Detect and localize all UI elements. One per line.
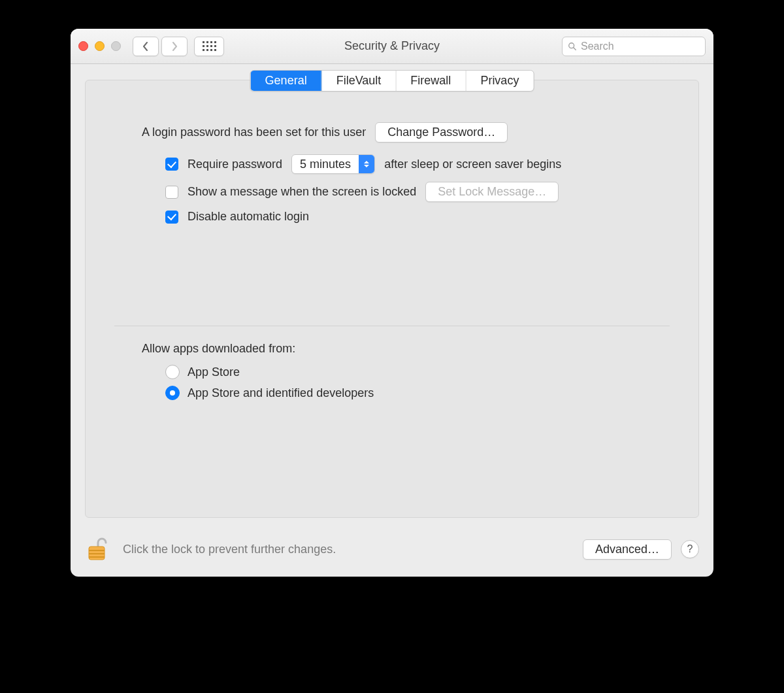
window-body: General FileVault Firewall Privacy A log… — [71, 64, 713, 530]
tab-privacy[interactable]: Privacy — [466, 71, 533, 91]
radio-app-store-identified[interactable] — [165, 386, 180, 400]
titlebar: Security & Privacy — [71, 29, 713, 64]
svg-rect-5 — [89, 556, 105, 558]
search-field[interactable] — [562, 37, 706, 56]
radio-app-store-identified-label: App Store and identified developers — [188, 386, 374, 400]
search-input[interactable] — [581, 41, 700, 52]
tab-bar: General FileVault Firewall Privacy — [250, 70, 534, 92]
forward-button[interactable] — [161, 37, 188, 56]
allow-apps-option-identified: App Store and identified developers — [165, 386, 663, 400]
lock-text: Click the lock to prevent further change… — [123, 543, 336, 556]
unlocked-padlock-icon — [88, 536, 111, 562]
require-password-checkbox[interactable] — [165, 158, 178, 171]
help-button[interactable]: ? — [681, 540, 699, 558]
settings-panel: General FileVault Firewall Privacy A log… — [85, 80, 699, 518]
grid-icon — [203, 41, 216, 51]
require-password-label: Require password — [188, 158, 282, 171]
radio-app-store-label: App Store — [188, 365, 240, 379]
svg-rect-3 — [89, 550, 105, 551]
nav-buttons — [133, 37, 224, 56]
window-controls — [78, 41, 121, 51]
require-password-delay-select[interactable]: 5 minutes — [291, 154, 375, 174]
set-lock-message-button[interactable]: Set Lock Message… — [425, 182, 559, 202]
require-password-row: Require password 5 minutes after sleep o… — [165, 154, 663, 174]
tab-filevault[interactable]: FileVault — [322, 71, 397, 91]
lock-button[interactable] — [85, 535, 114, 564]
advanced-button[interactable]: Advanced… — [583, 539, 672, 560]
close-window-button[interactable] — [78, 41, 88, 51]
require-password-delay-value: 5 minutes — [292, 158, 359, 171]
radio-app-store[interactable] — [165, 365, 180, 379]
preferences-window: Security & Privacy General FileVault Fir… — [71, 29, 713, 577]
login-password-row: A login password has been set for this u… — [142, 122, 663, 143]
show-all-button[interactable] — [194, 37, 224, 56]
tab-firewall[interactable]: Firewall — [396, 71, 466, 91]
show-message-checkbox[interactable] — [165, 186, 178, 199]
chevron-right-icon — [171, 42, 178, 51]
svg-rect-4 — [89, 553, 105, 554]
show-message-row: Show a message when the screen is locked… — [165, 182, 663, 202]
login-password-text: A login password has been set for this u… — [142, 126, 366, 139]
footer: Click the lock to prevent further change… — [71, 530, 713, 577]
disable-auto-login-row: Disable automatic login — [165, 210, 663, 224]
disable-auto-login-checkbox[interactable] — [165, 211, 178, 224]
svg-line-1 — [574, 47, 576, 50]
minimize-window-button[interactable] — [95, 41, 105, 51]
zoom-window-button — [111, 41, 121, 51]
disable-auto-login-label: Disable automatic login — [188, 210, 309, 224]
divider — [114, 326, 670, 326]
require-password-after-label: after sleep or screen saver begins — [384, 158, 561, 171]
stepper-arrows-icon — [359, 155, 374, 173]
back-button[interactable] — [133, 37, 159, 56]
allow-apps-option-appstore: App Store — [165, 365, 663, 379]
change-password-button[interactable]: Change Password… — [375, 122, 508, 143]
chevron-left-icon — [142, 42, 150, 51]
allow-apps-label: Allow apps downloaded from: — [142, 342, 663, 356]
tab-general[interactable]: General — [251, 71, 322, 91]
show-message-label: Show a message when the screen is locked — [188, 185, 416, 199]
search-icon — [568, 42, 577, 51]
